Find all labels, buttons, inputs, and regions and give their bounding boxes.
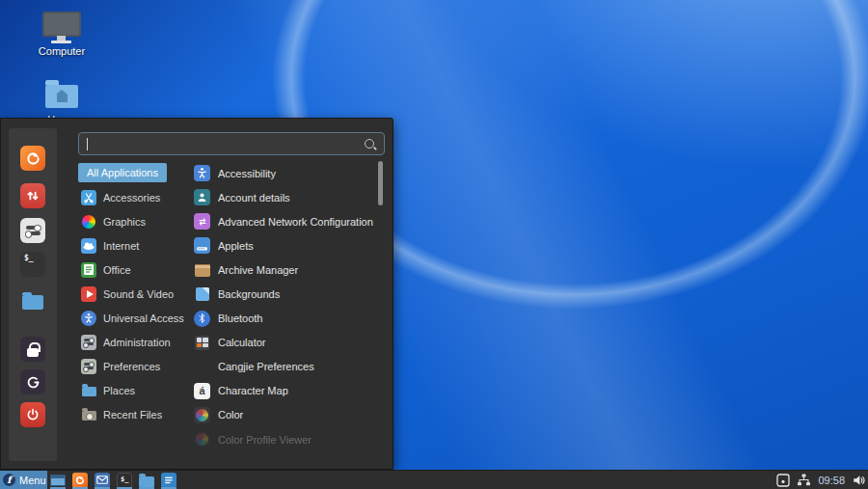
app-item-color-profile-viewer[interactable]: Color Profile Viewer — [194, 427, 375, 451]
shutdown-icon[interactable] — [20, 402, 45, 427]
app-label: Character Map — [218, 385, 288, 396]
category-sound-video[interactable]: Sound & Video — [78, 282, 192, 306]
search-input[interactable] — [79, 133, 384, 154]
recent-files-icon — [81, 407, 96, 422]
show-desktop-button[interactable] — [49, 471, 67, 489]
text-editor-icon — [161, 473, 176, 488]
lock-screen-icon[interactable] — [20, 337, 45, 362]
accented-letter-glyph: á — [199, 386, 204, 396]
files-icon — [139, 476, 154, 487]
category-label: Administration — [103, 337, 171, 348]
firefox-icon[interactable] — [20, 146, 45, 171]
color-wheel-glyph — [82, 215, 95, 229]
calculator-keys-glyph — [195, 336, 209, 350]
mail-launcher[interactable] — [94, 471, 111, 489]
accessibility-icon — [194, 165, 210, 181]
applets-icon — [194, 237, 210, 254]
system-settings-icon[interactable] — [20, 218, 45, 243]
category-accessories[interactable]: Accessories — [78, 185, 192, 209]
terminal-prompt-glyph: $_ — [24, 255, 34, 262]
logout-icon[interactable] — [20, 369, 45, 394]
app-item-backgrounds[interactable]: Backgrounds — [194, 282, 375, 306]
category-label: Office — [103, 264, 131, 276]
category-label: Graphics — [103, 216, 146, 228]
category-internet[interactable]: Internet — [78, 233, 192, 258]
clock[interactable]: 09:58 — [818, 475, 845, 486]
places-icon — [81, 383, 96, 398]
menu-button-label: Menu — [19, 475, 46, 486]
app-item-archive-manager[interactable]: Archive Manager — [194, 258, 375, 282]
category-graphics[interactable]: Graphics — [78, 209, 192, 233]
panel-launchers: $_ — [49, 471, 177, 489]
menu-button[interactable]: f Menu — [0, 471, 47, 489]
document-glyph — [84, 264, 94, 275]
firefox-swirl — [24, 149, 42, 168]
app-item-character-map[interactable]: á Color Character Map — [194, 379, 375, 403]
category-all-applications[interactable]: All Applications — [78, 161, 192, 185]
software-updater-icon[interactable] — [20, 183, 45, 208]
favorites-strip: $_ — [9, 128, 57, 461]
image-file-glyph — [196, 287, 209, 301]
apps-scrollbar-thumb[interactable] — [378, 161, 383, 205]
show-desktop-icon — [50, 475, 66, 486]
category-label: Accessories — [103, 192, 160, 204]
firefox-icon — [72, 473, 88, 488]
app-label: Advanced Network Configuration — [218, 216, 373, 228]
up-down-arrows — [24, 187, 41, 204]
system-tray: 09:58 — [776, 471, 866, 489]
power-glyph — [25, 407, 41, 422]
scissors-glyph — [83, 192, 95, 204]
volume-icon[interactable] — [852, 474, 866, 487]
app-item-accessibility[interactable]: Accessibility — [194, 161, 375, 185]
firefox-launcher[interactable] — [71, 471, 89, 489]
category-office[interactable]: Office — [78, 258, 192, 282]
mail-icon — [95, 473, 110, 488]
terminal-icon[interactable]: $_ — [20, 252, 45, 277]
folder-clock-glyph — [82, 411, 96, 421]
terminal-launcher[interactable]: $_ — [116, 471, 133, 489]
toggles-glyph — [26, 223, 41, 238]
internet-icon — [81, 238, 96, 254]
archive-box-glyph — [195, 264, 210, 277]
files-launcher[interactable] — [138, 471, 155, 489]
home-folder-icon — [45, 85, 78, 108]
app-item-cangjie-preferences[interactable]: Cangjie Preferences — [194, 355, 375, 379]
app-item-applets[interactable]: Applets — [194, 233, 375, 258]
app-item-account-details[interactable]: Account details — [194, 185, 375, 209]
category-places[interactable]: Places — [78, 378, 192, 402]
accessories-icon — [81, 190, 96, 205]
network-configuration-icon — [194, 213, 210, 230]
preferences-icon — [81, 359, 96, 374]
desktop-icon-label: Computer — [39, 45, 85, 57]
cloud-glyph — [83, 241, 95, 250]
toggles-glyph — [84, 337, 94, 347]
category-preferences[interactable]: Preferences — [78, 354, 192, 378]
color-icon — [194, 407, 210, 423]
input-method-icon[interactable] — [776, 474, 790, 487]
house-glyph — [57, 95, 68, 102]
files-icon[interactable] — [20, 287, 45, 312]
text-editor-launcher[interactable] — [160, 471, 177, 489]
app-label: Backgrounds — [218, 288, 280, 300]
administration-icon — [81, 335, 96, 350]
app-item-calculator[interactable]: Calculator — [194, 331, 375, 355]
app-item-advanced-network-configuration[interactable]: Advanced Network Configuration — [194, 209, 375, 233]
network-icon[interactable] — [797, 473, 811, 487]
category-universal-access[interactable]: Universal Access — [78, 306, 192, 330]
app-label: Calculator — [218, 337, 266, 348]
play-glyph — [87, 290, 94, 298]
firefox-swirl — [74, 475, 86, 486]
person-bust-glyph — [196, 191, 208, 204]
bottom-panel: f Menu $_ — [0, 470, 868, 489]
bluetooth-icon — [194, 311, 210, 327]
color-wheel-glyph — [196, 409, 208, 421]
app-item-color[interactable]: Color — [194, 403, 375, 427]
color-profile-viewer-icon — [194, 431, 210, 448]
category-recent-files[interactable]: Recent Files — [78, 402, 192, 426]
category-label: Recent Files — [103, 409, 162, 421]
category-administration[interactable]: Administration — [78, 330, 192, 354]
app-item-bluetooth[interactable]: Bluetooth — [194, 307, 375, 331]
graphics-icon — [81, 214, 96, 230]
desktop-icon-computer[interactable]: Computer — [21, 12, 102, 57]
app-label: Archive Manager — [218, 264, 298, 276]
